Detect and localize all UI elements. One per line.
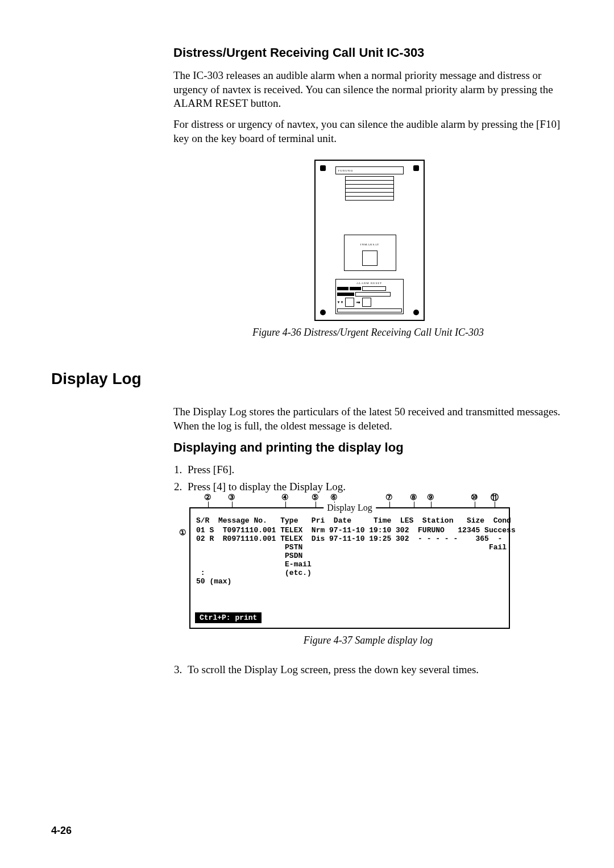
annotation-marker: ①	[179, 528, 186, 537]
status-bar: Ctrl+P: print	[195, 612, 262, 623]
paragraph: The IC-303 releases an audible alarm whe…	[173, 69, 563, 111]
annotation-marker: ④	[281, 493, 289, 502]
screw-icon	[320, 310, 326, 315]
reset-panel: INMARSAT	[344, 235, 396, 271]
display-log-figure: ② ③ ④ ⑤ ⑥ ⑦ ⑧ ⑨ ⑩ ⑪ ①	[173, 507, 563, 629]
window-title: Display Log	[323, 503, 376, 513]
section-heading-display-log: Display Log	[51, 370, 563, 388]
dial-icon	[345, 298, 354, 307]
annotation-marker: ⑥	[330, 493, 338, 502]
display-log-window: Display Log S/R Message No. Type Pri Dat…	[189, 507, 510, 629]
list-item: Press [4] to display the Display Log.	[185, 481, 563, 493]
page-number: 4-26	[51, 825, 72, 837]
speaker-panel: FURUNO	[335, 166, 404, 211]
log-row: PSDN	[196, 552, 503, 560]
brand-label: FURUNO	[338, 169, 354, 172]
control-panel: ALARM RESET ▼▼ ●■	[335, 279, 404, 314]
log-content: S/R Message No. Type Pri Date Time LES S…	[190, 508, 509, 591]
annotation-marker: ⑦	[385, 493, 393, 502]
bottom-label: ALARM RESET	[356, 282, 383, 285]
step-list: To scroll the Display Log screen, press …	[173, 663, 563, 676]
section-display-log: The Display Log stores the particulars o…	[173, 405, 563, 675]
annotation-row: ② ③ ④ ⑤ ⑥ ⑦ ⑧ ⑨ ⑩ ⑪	[189, 493, 508, 504]
paragraph: For distress or urgency of navtex, you c…	[173, 118, 563, 145]
screw-icon	[413, 310, 419, 315]
screw-icon	[320, 165, 326, 171]
subsection-heading: Displaying and printing the display log	[173, 440, 563, 455]
log-column-header: S/R Message No. Type Pri Date Time LES S…	[196, 516, 503, 525]
section-ic303: Distress/Urgent Receiving Call Unit IC-3…	[173, 45, 563, 339]
reset-button	[362, 251, 377, 266]
annotation-marker: ⑤	[312, 493, 319, 502]
annotation-marker: ③	[228, 493, 235, 502]
device-figure: FURUNO INMARSAT ALARM RESET	[314, 160, 422, 321]
brand-bar: FURUNO	[335, 166, 404, 174]
step-list: Press [F6]. Press [4] to display the Dis…	[173, 464, 563, 493]
list-item: Press [F6].	[185, 464, 563, 476]
speaker-grille	[345, 176, 394, 201]
log-row: 01 S T0971110.001 TELEX Nrm 97-11-10 19:…	[196, 526, 503, 535]
annotation-marker: ⑩	[471, 493, 478, 502]
dial-icon	[362, 298, 371, 307]
list-item: To scroll the Display Log screen, press …	[185, 663, 563, 676]
annotation-marker: ⑨	[427, 493, 434, 502]
paragraph: The Display Log stores the particulars o…	[173, 405, 563, 433]
log-row: 02 R R0971110.001 TELEX Dis 97-11-10 19:…	[196, 535, 503, 543]
log-row: : (etc.)	[196, 569, 503, 577]
annotation-marker: ⑧	[410, 493, 417, 502]
figure-caption: Figure 4-37 Sample display log	[304, 635, 433, 646]
section-heading: Distress/Urgent Receiving Call Unit IC-3…	[173, 45, 563, 60]
screw-icon	[413, 165, 419, 171]
annotation-marker: ②	[204, 493, 211, 502]
device-front-panel: FURUNO INMARSAT ALARM RESET	[314, 160, 425, 321]
figure-caption: Figure 4-36 Distress/Urgent Receiving Ca…	[252, 327, 484, 338]
mid-label: INMARSAT	[360, 243, 380, 246]
page: Distress/Urgent Receiving Call Unit IC-3…	[0, 0, 614, 868]
log-row: 50 (max)	[196, 577, 503, 586]
log-row: E-mail	[196, 560, 503, 569]
log-row: PSTN Fail	[196, 543, 503, 552]
